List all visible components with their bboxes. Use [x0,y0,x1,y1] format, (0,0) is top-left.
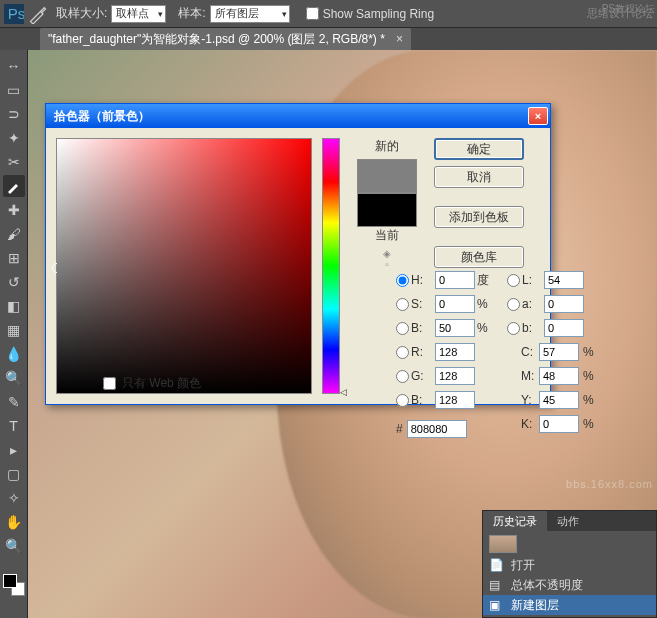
add-swatch-button[interactable]: 添加到色板 [434,206,524,228]
blur-tool[interactable]: 💧 [3,343,25,365]
hex-input[interactable] [407,420,467,438]
path-selection-tool[interactable]: ▸ [3,439,25,461]
dodge-tool[interactable]: 🔍 [3,367,25,389]
current-color-preview[interactable] [357,193,417,227]
type-tool[interactable]: T [3,415,25,437]
k-input[interactable] [539,415,579,433]
history-item-open[interactable]: 📄打开 [483,555,656,575]
pct-unit-2: % [477,321,495,335]
actions-tab[interactable]: 动作 [547,511,589,531]
b-lab-radio[interactable] [507,322,520,335]
color-picker-dialog: 拾色器（前景色） × ◁ 新的 当前 ◈▫ 确定 取消 添加到色板 颜色库 H: [45,103,551,405]
eyedropper-tool[interactable] [3,175,25,197]
s-label: S: [411,297,435,311]
color-field-marker[interactable] [52,263,62,273]
m-input[interactable] [539,367,579,385]
opacity-step-icon: ▤ [489,578,505,592]
b-hsb-radio[interactable] [396,322,409,335]
options-bar: Ps 取样大小: 取样点 样本: 所有图层 Show Sampling Ring… [0,0,657,28]
r-input[interactable] [435,343,475,361]
current-color-label: 当前 [352,227,422,244]
s-radio[interactable] [396,298,409,311]
hue-slider-handle[interactable]: ◁ [340,387,347,397]
eraser-tool[interactable]: ◧ [3,295,25,317]
open-step-icon: 📄 [489,558,505,572]
history-item-label: 打开 [511,557,535,574]
ps-logo-icon: Ps [4,4,24,24]
history-snapshot[interactable] [483,533,656,555]
cancel-button[interactable]: 取消 [434,166,524,188]
l-input[interactable] [544,271,584,289]
eyedropper-tool-icon[interactable] [28,4,48,24]
gradient-tool[interactable]: ▦ [3,319,25,341]
document-tab-title: "father_daughter"为智能对象-1.psd @ 200% (图层 … [48,32,385,46]
s-input[interactable] [435,295,475,313]
pen-tool[interactable]: ✎ [3,391,25,413]
b-rgb-radio[interactable] [396,394,409,407]
healing-brush-tool[interactable]: ✚ [3,199,25,221]
sample-size-label: 取样大小: [56,5,107,22]
move-tool[interactable]: ↔ [3,55,25,77]
document-tab-close-icon[interactable]: × [396,32,403,46]
dialog-titlebar[interactable]: 拾色器（前景色） × [46,104,550,128]
crop-tool[interactable]: ✂ [3,151,25,173]
pct-k: % [583,417,594,431]
shape-tool[interactable]: ▢ [3,463,25,485]
show-sampling-ring-wrap[interactable]: Show Sampling Ring [306,7,434,21]
new-layer-step-icon: ▣ [489,598,505,612]
hue-slider[interactable]: ◁ [322,138,340,394]
brush-tool[interactable]: 🖌 [3,223,25,245]
a-input[interactable] [544,295,584,313]
b-hsb-label: B: [411,321,435,335]
web-colors-label: 只有 Web 颜色 [122,375,201,392]
lasso-tool[interactable]: ⊃ [3,103,25,125]
b-rgb-label: B: [411,393,435,407]
show-sampling-ring-checkbox[interactable] [306,7,319,20]
a-label: a: [522,297,544,311]
history-tab[interactable]: 历史记录 [483,511,547,531]
b-hsb-input[interactable] [435,319,475,337]
hex-hash: # [396,422,403,436]
color-field[interactable] [56,138,312,394]
marquee-tool[interactable]: ▭ [3,79,25,101]
c-input[interactable] [539,343,579,361]
watermark: bbs.16xx8.com [566,478,653,490]
y-label: Y: [521,393,539,407]
g-radio[interactable] [396,370,409,383]
l-radio[interactable] [507,274,520,287]
hand-tool[interactable]: ✋ [3,511,25,533]
c-label: C: [521,345,539,359]
magic-wand-tool[interactable]: ✦ [3,127,25,149]
color-swatches[interactable] [3,574,25,596]
dialog-title: 拾色器（前景色） [54,108,150,125]
zoom-tool[interactable]: 🔍 [3,535,25,557]
h-input[interactable] [435,271,475,289]
ok-button[interactable]: 确定 [434,138,524,160]
history-brush-tool[interactable]: ↺ [3,271,25,293]
history-item-new-layer[interactable]: ▣新建图层 [483,595,656,615]
a-radio[interactable] [507,298,520,311]
g-input[interactable] [435,367,475,385]
sample-dropdown[interactable]: 所有图层 [210,5,290,23]
b-lab-label: b: [522,321,544,335]
b-lab-input[interactable] [544,319,584,337]
document-tab[interactable]: "father_daughter"为智能对象-1.psd @ 200% (图层 … [40,28,411,51]
snapshot-thumbnail-icon [489,535,517,553]
history-item-opacity[interactable]: ▤总体不透明度 [483,575,656,595]
3d-tool[interactable]: ✧ [3,487,25,509]
new-color-label: 新的 [352,138,422,155]
web-colors-only-wrap[interactable]: 只有 Web 颜色 [103,375,201,392]
y-input[interactable] [539,391,579,409]
web-colors-checkbox[interactable] [103,377,116,390]
h-radio[interactable] [396,274,409,287]
sample-size-dropdown[interactable]: 取样点 [111,5,166,23]
foreground-color-swatch[interactable] [3,574,17,588]
show-sampling-ring-label: Show Sampling Ring [323,7,434,21]
r-radio[interactable] [396,346,409,359]
dialog-close-button[interactable]: × [528,107,548,125]
color-libraries-button[interactable]: 颜色库 [434,246,524,268]
pct-unit-1: % [477,297,495,311]
b-rgb-input[interactable] [435,391,475,409]
watermark-top: PS教程论坛 [602,2,655,16]
clone-stamp-tool[interactable]: ⊞ [3,247,25,269]
